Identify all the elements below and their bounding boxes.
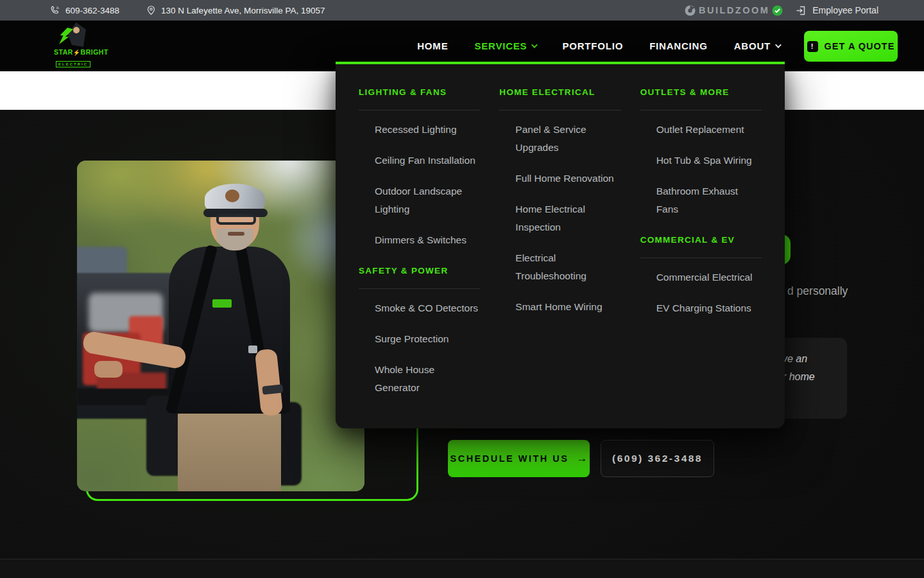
- photo-art: [248, 346, 257, 353]
- nav-about[interactable]: ABOUT: [734, 40, 780, 51]
- logo[interactable]: STAR⚡BRIGHT ELECTRIC: [54, 22, 92, 69]
- menu-section-safety-power: SAFETY & POWER Smoke & CO Detectors Surg…: [359, 266, 480, 397]
- chevron-down-icon: [775, 42, 782, 48]
- verified-check-icon: [772, 5, 783, 16]
- nav-portfolio[interactable]: PORTFOLIO: [562, 40, 623, 51]
- chevron-down-icon: [531, 42, 538, 48]
- menu-item[interactable]: Panel & Service Upgrades: [515, 121, 620, 157]
- menu-column-1: LIGHTING & FANS Recessed Lighting Ceilin…: [359, 87, 480, 405]
- menu-section-title: SAFETY & POWER: [359, 266, 480, 276]
- menu-item[interactable]: EV Charging Stations: [656, 299, 762, 317]
- menu-item[interactable]: Surge Protection: [375, 330, 480, 348]
- get-a-quote-button[interactable]: ! GET A QUOTE: [804, 31, 898, 62]
- page: 609-362-3488 130 N Lafeyette Ave, Morris…: [0, 0, 924, 578]
- menu-section-outlets-more: OUTLETS & MORE Outlet Replacement Hot Tu…: [640, 87, 762, 218]
- menu-item[interactable]: Dimmers & Switches: [375, 231, 480, 249]
- phone-number-button[interactable]: (609) 362-3488: [601, 440, 714, 477]
- divider: [640, 110, 762, 110]
- menu-column-3: OUTLETS & MORE Outlet Replacement Hot Tu…: [640, 87, 762, 405]
- photo-art: [178, 408, 281, 491]
- menu-section-title: COMMERCIAL & EV: [640, 235, 762, 245]
- quote-badge-icon: !: [807, 41, 818, 52]
- photo-art: [228, 232, 244, 236]
- menu-item[interactable]: Electrical Troubleshooting: [515, 249, 620, 285]
- buildzoom-label: BUILDZOOM: [699, 5, 769, 15]
- intro-text-fragment: d personally: [787, 285, 848, 298]
- nav-home[interactable]: HOME: [417, 40, 448, 51]
- menu-item[interactable]: Hot Tub & Spa Wiring: [656, 152, 762, 170]
- buildzoom-badge[interactable]: BUILDZOOM: [684, 4, 783, 17]
- menu-section-home-electrical: HOME ELECTRICAL Panel & Service Upgrades…: [499, 87, 620, 316]
- employee-portal-label: Employee Portal: [812, 5, 878, 15]
- topbar-phone[interactable]: 609-362-3488: [50, 5, 119, 15]
- login-icon: [796, 5, 807, 16]
- menu-item[interactable]: Outdoor Landscape Lighting: [375, 182, 480, 218]
- photo-art: [94, 361, 123, 378]
- location-pin-icon: [146, 5, 156, 15]
- photo-art: [212, 299, 232, 308]
- lightning-bolt-glyph: ⚡: [73, 49, 81, 56]
- menu-item[interactable]: Bathroom Exhaust Fans: [656, 182, 762, 218]
- schedule-label: SCHEDULE WITH US: [450, 453, 569, 464]
- divider: [359, 288, 480, 289]
- logo-wordmark: STAR⚡BRIGHT: [54, 48, 92, 57]
- menu-section-title: HOME ELECTRICAL: [499, 87, 620, 97]
- footer-strip: [0, 559, 924, 578]
- phone-button-label: (609) 362-3488: [612, 453, 703, 464]
- menu-item[interactable]: Recessed Lighting: [375, 121, 480, 139]
- get-a-quote-label: GET A QUOTE: [825, 41, 895, 51]
- menu-section-title: LIGHTING & FANS: [359, 87, 480, 97]
- nav-financing[interactable]: FINANCING: [649, 40, 708, 51]
- menu-section-lighting-fans: LIGHTING & FANS Recessed Lighting Ceilin…: [359, 87, 480, 249]
- logo-subtitle: ELECTRIC: [56, 61, 90, 67]
- menu-item[interactable]: Smart Home Wiring: [515, 298, 620, 316]
- topbar-address-text: 130 N Lafeyette Ave, Morrisville PA, 190…: [161, 6, 325, 15]
- photo-art: [216, 214, 256, 225]
- nav-services[interactable]: SERVICES: [474, 40, 536, 51]
- menu-item[interactable]: Outlet Replacement: [656, 121, 762, 139]
- menu-column-2: HOME ELECTRICAL Panel & Service Upgrades…: [499, 87, 620, 405]
- divider: [499, 110, 620, 110]
- menu-item[interactable]: Smoke & CO Detectors: [375, 299, 480, 317]
- topbar-phone-text: 609-362-3488: [65, 6, 119, 15]
- arrow-right-icon: →: [577, 452, 588, 465]
- photo-art: [225, 189, 239, 202]
- top-utility-bar: 609-362-3488 130 N Lafeyette Ave, Morris…: [0, 0, 924, 21]
- services-dropdown-menu: LIGHTING & FANS Recessed Lighting Ceilin…: [336, 62, 785, 428]
- topbar-address: 130 N Lafeyette Ave, Morrisville PA, 190…: [146, 5, 325, 15]
- employee-portal-link[interactable]: Employee Portal: [796, 5, 878, 16]
- electrician-photo: [77, 161, 364, 491]
- menu-section-title: OUTLETS & MORE: [640, 87, 762, 97]
- divider: [359, 110, 480, 110]
- menu-item[interactable]: Ceiling Fan Installation: [375, 152, 480, 170]
- logo-mascot: [59, 22, 87, 47]
- buildzoom-logo-icon: [684, 4, 696, 17]
- schedule-with-us-button[interactable]: SCHEDULE WITH US →: [448, 440, 590, 477]
- menu-item[interactable]: Home Electrical Inspection: [515, 200, 620, 236]
- menu-item[interactable]: Whole House Generator: [375, 361, 480, 397]
- menu-item[interactable]: Commercial Electrical: [656, 268, 762, 286]
- quote-text-fragment: ve an: [782, 353, 807, 365]
- menu-section-commercial-ev: COMMERCIAL & EV Commercial Electrical EV…: [640, 235, 762, 317]
- menu-item[interactable]: Full Home Renovation: [515, 170, 620, 188]
- divider: [640, 258, 762, 258]
- phone-icon: [50, 5, 60, 15]
